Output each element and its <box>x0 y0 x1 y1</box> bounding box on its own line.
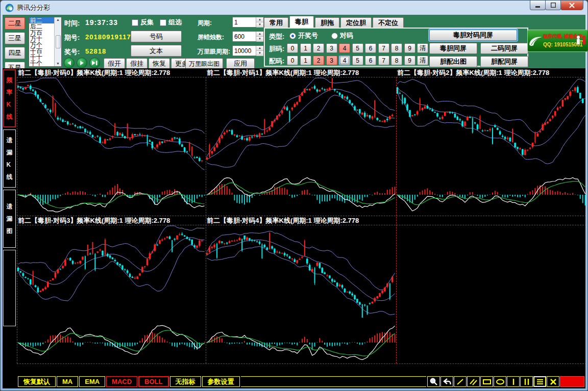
hlines-icon[interactable] <box>533 376 546 387</box>
next-icon[interactable] <box>89 58 100 68</box>
digit-button-清[interactable]: 清 <box>417 56 428 65</box>
close-button[interactable] <box>560 1 583 10</box>
tab-定位胆[interactable]: 定位胆 <box>340 17 372 28</box>
spinner-input[interactable] <box>233 46 256 56</box>
digit-button-1[interactable]: 1 <box>300 56 311 65</box>
text-button[interactable]: 文本 <box>131 45 182 57</box>
close-x-icon[interactable] <box>547 376 559 387</box>
checkbox-box-icon[interactable] <box>132 19 138 26</box>
checkbox-box-icon[interactable] <box>160 19 166 26</box>
spinner-input[interactable] <box>233 32 256 41</box>
button-毒胆同屏[interactable]: 毒胆同屏 <box>429 43 477 54</box>
digit-button-7[interactable]: 7 <box>378 56 389 65</box>
spinner-input[interactable] <box>233 17 256 27</box>
radio-开奖号[interactable]: 开奖号 <box>289 31 318 40</box>
digit-button-2[interactable]: 2 <box>313 56 324 65</box>
play-icon[interactable] <box>77 58 87 68</box>
checkbox-组选[interactable]: 组选 <box>160 18 182 27</box>
digit-button-8[interactable]: 8 <box>391 43 402 53</box>
wanliyan-chart-button[interactable]: 万里眼出图 <box>185 58 223 69</box>
toolbar-button-参数设置[interactable]: 参数设置 <box>202 376 240 387</box>
grid-divider <box>17 77 17 363</box>
rect-icon[interactable] <box>480 376 493 387</box>
ellipse-icon[interactable] <box>494 376 506 387</box>
digit-button-8[interactable]: 8 <box>391 56 402 65</box>
double-line-icon[interactable] <box>467 376 480 387</box>
listbox-scrollbar[interactable]: ▲ ▼ <box>54 17 61 66</box>
digit-button-1[interactable]: 1 <box>300 43 311 53</box>
star-button-四星[interactable]: 四星 <box>5 47 25 59</box>
digit-button-4[interactable]: 4 <box>339 56 350 65</box>
button-胆配出图[interactable]: 胆配出图 <box>429 56 477 67</box>
chart-tab-遗漏K线[interactable]: 遗漏K线 <box>3 129 16 188</box>
tab-常用[interactable]: 常用 <box>264 17 288 28</box>
toolbar-button-EMA[interactable]: EMA <box>79 376 105 387</box>
scroll-thumb[interactable] <box>56 35 61 48</box>
app-window: 腾讯分分彩 二星三星四星五星 前二后二万百万十万个千百千十千个 ▲ ▼ 时间: … <box>0 0 588 391</box>
checkbox-反集[interactable]: 反集 <box>132 18 154 27</box>
digit-button-9[interactable]: 9 <box>404 43 415 53</box>
double-vbar-icon[interactable] <box>520 376 533 387</box>
time-value: 19:37:33 <box>85 18 118 27</box>
digit-button-4[interactable]: 4 <box>339 43 350 53</box>
dudan-duima-same-screen-button[interactable]: 毒胆对码同屏 <box>429 30 517 41</box>
toolbar-button-BOLL[interactable]: BOLL <box>138 376 168 387</box>
spinner-2[interactable]: ▲▼ <box>232 31 264 42</box>
chart-panel[interactable] <box>206 225 396 363</box>
button-胆配同屏[interactable]: 胆配同屏 <box>480 56 528 67</box>
button-二码同屏[interactable]: 二码同屏 <box>480 43 528 54</box>
digit-button-6[interactable]: 6 <box>365 56 376 65</box>
number-button[interactable]: 号码 <box>131 31 182 42</box>
spinner-arrows-icon[interactable]: ▲▼ <box>256 17 263 27</box>
digit-button-7[interactable]: 7 <box>378 43 389 53</box>
digit-button-6[interactable]: 6 <box>365 43 376 53</box>
chart-panel[interactable] <box>206 77 396 216</box>
toolbar-button-无指标[interactable]: 无指标 <box>170 376 201 387</box>
spinner-arrows-icon[interactable]: ▲▼ <box>256 46 263 56</box>
list-item[interactable]: 千个 <box>29 60 54 66</box>
undo-icon[interactable] <box>440 376 453 387</box>
toolbar-button-恢复默认[interactable]: 恢复默认 <box>18 376 56 387</box>
radio-对码[interactable]: 对码 <box>331 31 353 40</box>
digit-button-5[interactable]: 5 <box>352 56 363 65</box>
tab-毒胆[interactable]: 毒胆 <box>289 16 314 28</box>
digit-button-0[interactable]: 0 <box>287 43 298 53</box>
ad-banner[interactable]: 程序代理, 诚邀合作 QQ: 1910515001 <box>527 30 588 52</box>
tab-不定位[interactable]: 不定位 <box>373 17 404 28</box>
star-button-三星[interactable]: 三星 <box>5 32 25 44</box>
star-button-二星[interactable]: 二星 <box>5 17 25 30</box>
digit-button-3[interactable]: 3 <box>326 56 337 65</box>
vbar-icon[interactable] <box>507 376 520 387</box>
chart-panel[interactable] <box>17 225 206 363</box>
chart-panel[interactable] <box>17 77 206 216</box>
tab-胆拖[interactable]: 胆拖 <box>315 17 339 28</box>
prev-icon[interactable] <box>64 58 75 68</box>
scroll-up-icon[interactable]: ▲ <box>56 18 60 22</box>
title-bar[interactable]: 腾讯分分彩 <box>1 1 587 15</box>
chart-tab-遗漏图[interactable]: 遗漏图 <box>3 190 16 248</box>
button-恢复[interactable]: 恢复 <box>149 58 170 69</box>
chart-panel[interactable] <box>396 77 585 216</box>
toolbar-button-MA[interactable]: MA <box>57 376 78 387</box>
button-假开[interactable]: 假开 <box>104 58 125 69</box>
spinner-3[interactable]: ▲▼ <box>232 45 264 56</box>
digit-button-2[interactable]: 2 <box>313 43 324 53</box>
digit-button-9[interactable]: 9 <box>404 56 415 65</box>
checkbox-label: 反集 <box>140 18 154 27</box>
toolbar-button-MACD[interactable]: MACD <box>106 376 137 387</box>
digit-button-3[interactable]: 3 <box>326 43 337 53</box>
digit-button-0[interactable]: 0 <box>287 56 298 65</box>
line-icon[interactable] <box>454 376 467 387</box>
scroll-down-icon[interactable]: ▼ <box>56 62 60 66</box>
chart-tab-频率K线[interactable]: 频率K线 <box>3 69 16 127</box>
button-假挂[interactable]: 假挂 <box>126 58 148 69</box>
spinner-arrows-icon[interactable]: ▲▼ <box>256 32 263 41</box>
maximize-button[interactable] <box>545 1 561 10</box>
magnifier-icon[interactable] <box>427 376 440 387</box>
spinner-1[interactable]: ▲▼ <box>232 17 264 28</box>
minimize-button[interactable] <box>530 1 546 10</box>
position-listbox[interactable]: 前二后二万百万十万个千百千十千个 ▲ ▼ <box>29 17 62 67</box>
apply-button[interactable]: 应用 <box>226 58 255 69</box>
digit-button-5[interactable]: 5 <box>352 43 363 53</box>
digit-button-清[interactable]: 清 <box>417 43 428 53</box>
